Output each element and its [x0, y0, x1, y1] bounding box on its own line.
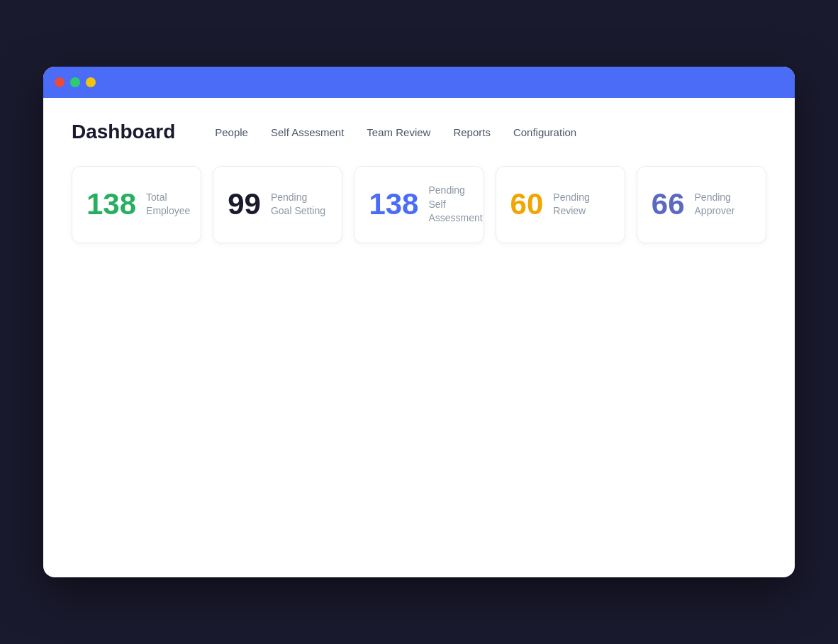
nav-item-team-review[interactable]: Team Review — [367, 123, 430, 141]
nav-item-self-assesment[interactable]: Self Assesment — [271, 123, 344, 141]
traffic-light-red[interactable] — [55, 77, 65, 87]
browser-chrome — [43, 67, 795, 98]
stat-card-pending-approver[interactable]: 66 Pending Approver — [637, 166, 766, 243]
stat-card-pending-review[interactable]: 60 Pending Review — [496, 166, 625, 243]
stat-number-pending-self-assessment: 138 — [369, 189, 418, 219]
header: Dashboard People Self Assesment Team Rev… — [72, 121, 766, 143]
stat-number-total-employee: 138 — [86, 189, 136, 219]
stat-label-pending-self-assessment: Pending Self Assessment — [428, 184, 482, 226]
app-logo: Dashboard — [72, 121, 175, 143]
nav-item-configuration[interactable]: Configuration — [513, 123, 576, 141]
main-nav: People Self Assesment Team Review Report… — [215, 123, 576, 141]
browser-window: Dashboard People Self Assesment Team Rev… — [43, 67, 795, 577]
stat-label-pending-approver: Pending Approver — [695, 191, 752, 218]
stat-card-pending-self-assessment[interactable]: 138 Pending Self Assessment — [354, 166, 484, 243]
stat-number-pending-review: 60 — [510, 189, 544, 219]
stat-label-pending-review: Pending Review — [553, 191, 610, 218]
stat-card-pending-goal-setting[interactable]: 99 Pending Goal Setting — [213, 166, 342, 243]
nav-item-people[interactable]: People — [215, 123, 248, 141]
traffic-light-green[interactable] — [70, 77, 80, 87]
traffic-light-yellow[interactable] — [86, 77, 96, 87]
stat-label-total-employee: Total Employee — [146, 191, 190, 218]
stat-card-total-employee[interactable]: 138 Total Employee — [72, 166, 201, 243]
stat-label-pending-goal-setting: Pending Goal Setting — [271, 191, 328, 218]
stat-number-pending-approver: 66 — [652, 189, 685, 219]
stats-grid: 138 Total Employee 99 Pending Goal Setti… — [72, 166, 766, 243]
nav-item-reports[interactable]: Reports — [453, 123, 491, 141]
stat-number-pending-goal-setting: 99 — [228, 189, 261, 219]
app-content: Dashboard People Self Assesment Team Rev… — [43, 98, 795, 272]
